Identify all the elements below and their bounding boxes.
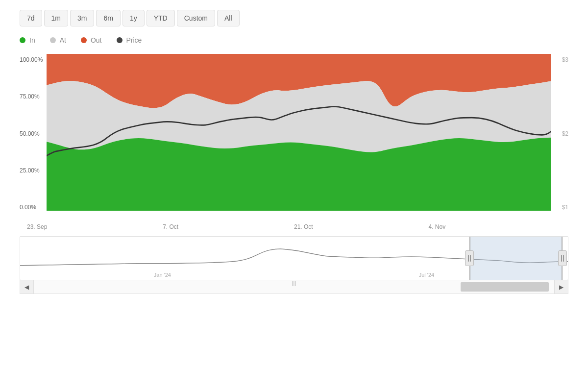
y-axis-right: $3 $2 $1 xyxy=(551,54,568,220)
time-range-bar: 7d 1m 3m 6m 1y YTD Custom All xyxy=(0,0,588,31)
legend-dot-at xyxy=(50,37,56,43)
btn-1y[interactable]: 1y xyxy=(122,10,145,26)
scroll-left-btn[interactable]: ◀ xyxy=(20,280,34,294)
legend-at: At xyxy=(50,36,66,44)
y-label-75: 75.00% xyxy=(20,93,47,100)
legend-dot-in xyxy=(20,37,25,43)
main-chart-area: 100.00% 75.00% 50.00% 25.00% 0.00% $3 $2… xyxy=(20,54,568,220)
btn-all[interactable]: All xyxy=(217,10,240,26)
legend-label-at: At xyxy=(60,36,66,44)
nav-center-label: ||| xyxy=(292,280,296,286)
btn-1m[interactable]: 1m xyxy=(44,10,68,26)
main-chart-svg xyxy=(47,54,551,211)
y-label-100: 100.00% xyxy=(20,56,47,63)
x-label-oct21: 21. Oct xyxy=(294,223,313,230)
btn-7d[interactable]: 7d xyxy=(20,10,42,26)
nav-selection[interactable] xyxy=(469,237,563,280)
btn-custom[interactable]: Custom xyxy=(177,10,215,26)
scroll-right-btn[interactable]: ▶ xyxy=(554,280,568,294)
y-axis-left: 100.00% 75.00% 50.00% 25.00% 0.00% xyxy=(20,54,47,220)
navigator-area: Jan '24 Jul '24 xyxy=(20,236,568,280)
nav-handle-right[interactable] xyxy=(558,250,567,266)
legend-label-price: Price xyxy=(126,36,142,44)
chart-legend: In At Out Price xyxy=(0,31,588,54)
y-label-2: $2 xyxy=(551,130,568,137)
legend-dot-price xyxy=(117,37,122,43)
scroll-thumb[interactable] xyxy=(461,282,549,292)
y-label-0: 0.00% xyxy=(20,204,47,211)
legend-label-out: Out xyxy=(91,36,102,44)
y-label-3: $3 xyxy=(551,56,568,63)
btn-ytd[interactable]: YTD xyxy=(147,10,175,26)
navigator-scrollbar: ◀ ||| ▶ xyxy=(20,280,568,294)
x-label-nov4: 4. Nov xyxy=(428,223,445,230)
x-axis: 23. Sep 7. Oct 21. Oct 4. Nov end xyxy=(0,220,588,230)
y-label-25: 25.00% xyxy=(20,167,47,174)
btn-3m[interactable]: 3m xyxy=(70,10,94,26)
scroll-track[interactable]: ||| xyxy=(34,280,554,294)
legend-price: Price xyxy=(117,36,142,44)
legend-label-in: In xyxy=(29,36,35,44)
y-label-50: 50.00% xyxy=(20,130,47,137)
chart-svg-wrapper xyxy=(47,54,551,211)
x-label-sep: 23. Sep xyxy=(27,223,47,230)
x-label-oct7: 7. Oct xyxy=(163,223,178,230)
nav-handle-left[interactable] xyxy=(465,250,474,266)
legend-dot-out xyxy=(81,37,87,43)
btn-6m[interactable]: 6m xyxy=(96,10,120,26)
legend-out: Out xyxy=(81,36,102,44)
y-label-1: $1 xyxy=(551,204,568,211)
legend-in: In xyxy=(20,36,35,44)
